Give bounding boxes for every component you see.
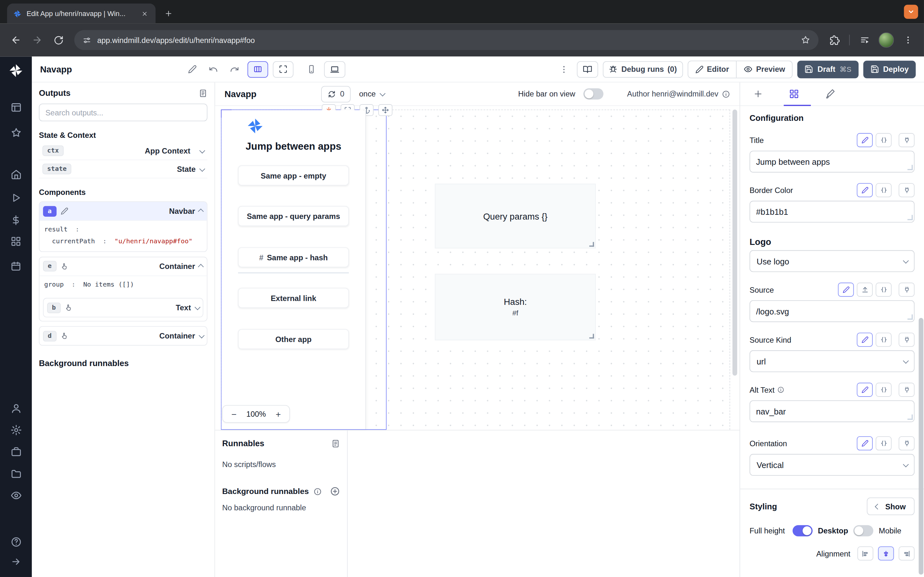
chevron-down-icon[interactable] [199, 166, 205, 171]
connect-button[interactable] [899, 283, 915, 297]
folders-icon[interactable] [0, 468, 32, 479]
workers-icon[interactable] [0, 446, 32, 458]
collapse-rail-icon[interactable] [0, 556, 32, 567]
mobile-view-button[interactable] [303, 61, 319, 77]
site-settings-icon[interactable] [82, 35, 91, 45]
deploy-button[interactable]: Deploy [863, 60, 916, 78]
settings-gear-icon[interactable] [0, 424, 32, 436]
panels-toggle-button[interactable] [247, 61, 268, 77]
hash-panel[interactable]: Hash: #f [435, 274, 596, 340]
connect-button[interactable] [899, 383, 915, 397]
zoom-out-button[interactable]: − [225, 406, 243, 422]
selected-component-outline[interactable]: a Jump between apps [221, 110, 387, 430]
chevron-up-icon[interactable] [198, 264, 204, 269]
static-edit-button[interactable] [857, 383, 873, 397]
nav-link-external[interactable]: External link [238, 288, 349, 308]
full-height-toggle[interactable] [792, 525, 813, 536]
align-center-button[interactable] [878, 546, 894, 560]
rename-pencil-icon[interactable] [184, 61, 200, 77]
border-color-input[interactable] [750, 201, 914, 222]
redo-button[interactable] [226, 61, 242, 77]
align-end-button[interactable] [899, 546, 915, 560]
outputs-search-input[interactable] [39, 103, 207, 121]
windmill-logo[interactable] [0, 63, 32, 79]
static-edit-button[interactable] [857, 133, 873, 147]
schedules-icon[interactable] [0, 261, 32, 271]
chevron-down-icon[interactable] [195, 305, 200, 310]
chevron-up-icon[interactable] [198, 209, 204, 214]
user-icon[interactable] [0, 403, 32, 414]
back-button[interactable] [6, 30, 26, 50]
hide-bar-toggle[interactable] [583, 89, 604, 100]
component-settings-tab[interactable] [789, 89, 799, 99]
refresh-count-button[interactable]: 0 [321, 85, 351, 102]
forward-button[interactable] [27, 30, 47, 50]
upload-button[interactable] [857, 283, 873, 297]
editor-tab[interactable]: Editor [688, 61, 736, 77]
desktop-mobile-toggle[interactable] [853, 525, 873, 536]
media-controls-icon[interactable] [855, 30, 874, 50]
refresh-mode-dropdown[interactable]: once [359, 89, 384, 98]
connect-button[interactable] [899, 436, 915, 450]
page-scrollbar[interactable] [919, 318, 923, 575]
nav-link-other-app[interactable]: Other app [238, 329, 349, 349]
styling-brush-tab[interactable] [825, 89, 835, 99]
nav-link-empty[interactable]: Same app - empty [238, 165, 349, 185]
canvas[interactable]: a Jump between apps [215, 106, 740, 430]
source-kind-select[interactable]: url [750, 350, 914, 372]
navbar-component[interactable]: Jump between apps Same app - empty Same … [222, 110, 366, 429]
text-b-row[interactable]: b Text [44, 299, 203, 317]
align-start-button[interactable] [857, 546, 873, 560]
eval-code-button[interactable] [876, 436, 892, 450]
move-button[interactable] [378, 104, 393, 116]
home-icon[interactable] [0, 169, 32, 180]
eval-code-button[interactable] [876, 183, 892, 197]
apps-icon[interactable] [0, 102, 32, 113]
static-edit-button[interactable] [857, 436, 873, 450]
container-e-row[interactable]: e Container [39, 257, 207, 276]
outputs-doc-icon[interactable] [199, 89, 208, 97]
connect-button[interactable] [899, 333, 915, 347]
chevron-down-icon[interactable] [199, 147, 205, 153]
draft-button[interactable]: Draft ⌘S [798, 60, 859, 78]
alt-text-input[interactable] [750, 400, 914, 422]
nav-link-hash[interactable]: # Same app - hash [238, 247, 349, 267]
query-params-panel[interactable]: Query params {} [435, 184, 596, 248]
orientation-select[interactable]: Vertical [750, 454, 914, 476]
desktop-view-button[interactable] [324, 61, 345, 77]
zoom-in-button[interactable]: + [270, 406, 287, 422]
new-tab-button[interactable] [160, 5, 177, 22]
audit-eye-icon[interactable] [0, 490, 32, 501]
fullscreen-button[interactable] [273, 61, 293, 77]
eval-code-button[interactable] [876, 333, 892, 347]
connect-button[interactable] [899, 183, 915, 197]
resize-handle-icon[interactable] [590, 334, 594, 338]
connect-button[interactable] [899, 133, 915, 147]
browser-menu-icon[interactable] [898, 30, 918, 50]
container-d-row[interactable]: d Container [39, 327, 207, 345]
canvas-grid[interactable]: a Jump between apps [221, 110, 730, 430]
runs-icon[interactable] [0, 193, 32, 203]
static-edit-button[interactable] [838, 283, 854, 297]
eval-code-button[interactable] [876, 383, 892, 397]
source-input[interactable] [750, 300, 914, 322]
help-icon[interactable] [0, 536, 32, 548]
nav-link-query-params[interactable]: Same app - query params [238, 206, 349, 226]
ctx-row[interactable]: ctx App Context [39, 142, 207, 160]
browser-tab[interactable]: Edit App u/henri/navapp | Win... [7, 3, 156, 23]
hand-pointer-icon[interactable] [65, 304, 72, 311]
runnables-doc-icon[interactable] [331, 439, 340, 448]
chevron-down-icon[interactable] [199, 333, 204, 338]
favorites-star-icon[interactable] [0, 127, 32, 139]
url-bar[interactable]: app.windmill.dev/apps/edit/u/henri/navap… [74, 30, 819, 50]
resize-handle-icon[interactable] [590, 242, 594, 247]
hand-pointer-icon[interactable] [60, 332, 68, 340]
bookmark-icon[interactable] [801, 35, 810, 45]
show-styling-button[interactable]: Show [867, 498, 914, 515]
pencil-icon[interactable] [60, 207, 68, 215]
more-menu-icon[interactable] [556, 61, 572, 77]
logo-select[interactable]: Use logo [750, 250, 914, 272]
variables-icon[interactable] [0, 215, 32, 226]
preview-tab[interactable]: Preview [736, 61, 792, 77]
eval-code-button[interactable] [876, 133, 892, 147]
